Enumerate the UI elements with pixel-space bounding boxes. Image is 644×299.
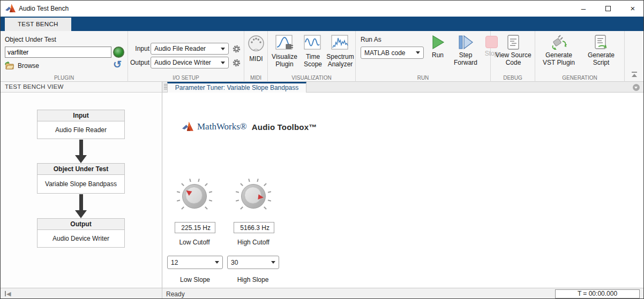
run-as-select[interactable]: MATLAB code	[361, 47, 424, 59]
low-cutoff-knob[interactable]	[176, 178, 213, 215]
midi-button[interactable]: MIDI	[244, 35, 268, 63]
time-scope-button[interactable]: Time Scope	[301, 35, 325, 68]
toolstrip-tab-row: TEST BENCH	[1, 17, 643, 31]
chevron-down-icon	[271, 261, 275, 264]
window-title: Audio Test Bench	[19, 5, 69, 12]
section-caption-run: RUN	[356, 75, 490, 81]
output-select[interactable]: Audio Device Writer	[151, 57, 229, 68]
document-tab-bar: Parameter Tuner: Variable Slope Bandpass	[162, 82, 644, 93]
toolstrip: Object Under Test Browse ↺ PLUGIN Input …	[1, 31, 643, 82]
run-as-label: Run As	[361, 36, 381, 43]
midi-connector-icon	[247, 35, 265, 52]
matlab-logo-icon	[5, 4, 16, 13]
flow-box-out-title: Object Under Test	[38, 164, 124, 175]
low-slope-label: Low Slope	[167, 276, 223, 283]
output-label: Output	[129, 59, 149, 66]
chevron-down-icon	[221, 48, 225, 50]
status-message: Ready	[166, 290, 185, 298]
step-forward-label: Step Forward	[449, 51, 482, 66]
test-bench-view-title: TEST BENCH VIEW	[5, 83, 64, 90]
input-settings-gear-icon[interactable]	[232, 44, 241, 53]
time-scope-label: Time Scope	[301, 53, 325, 68]
title-bar: Audio Test Bench – ×	[1, 1, 643, 17]
run-play-icon	[430, 35, 445, 50]
generate-vst-plugin-label: Generate VST Plugin	[540, 51, 578, 66]
parameter-tuner-panel: MathWorks® Audio Toolbox™ 225.15 Hz 5166…	[163, 93, 644, 288]
plugin-valid-indicator[interactable]	[113, 47, 124, 58]
low-slope-select[interactable]: 12	[167, 256, 223, 269]
flow-box-object-under-test[interactable]: Object Under Test Variable Slope Bandpas…	[37, 163, 125, 194]
chevron-down-icon	[634, 87, 638, 89]
generate-vst-plugin-button[interactable]: Generate VST Plugin	[540, 35, 578, 66]
section-caption-midi: MIDI	[244, 75, 267, 81]
section-caption-visualization: VISUALIZATION	[268, 75, 355, 81]
high-cutoff-knob[interactable]	[235, 178, 272, 215]
flow-box-input[interactable]: Input Audio File Reader	[37, 110, 125, 139]
close-button[interactable]: ×	[620, 1, 644, 17]
visualize-plugin-button[interactable]: Visualize Plugin	[269, 35, 300, 68]
flow-box-output-value: Audio Device Writer	[38, 230, 124, 247]
view-source-code-label: View Source Code	[493, 51, 534, 66]
chevron-down-icon	[215, 261, 219, 264]
source-code-document-icon	[507, 35, 520, 50]
tab-test-bench[interactable]: TEST BENCH	[5, 18, 71, 31]
output-settings-gear-icon[interactable]	[232, 58, 241, 67]
run-as-select-value: MATLAB code	[364, 49, 414, 57]
object-under-test-input[interactable]	[5, 47, 111, 58]
run-button[interactable]: Run	[426, 35, 449, 59]
flow-box-output[interactable]: Output Audio Device Writer	[37, 218, 125, 248]
browse-label: Browse	[18, 62, 39, 70]
high-slope-select-value: 30	[231, 259, 269, 266]
maximize-icon	[605, 6, 611, 11]
step-forward-button[interactable]: Step Forward	[449, 35, 482, 66]
section-caption-generation: GENERATION	[535, 75, 624, 81]
section-debug: View Source Code DEBUG	[491, 31, 535, 82]
time-scope-icon	[304, 35, 322, 51]
low-cutoff-value-field[interactable]: 225.15 Hz	[175, 222, 215, 233]
generate-script-button[interactable]: Generate Script	[582, 35, 620, 66]
section-io-setup: Input Audio File Reader Output Audio Dev…	[128, 31, 244, 82]
revert-icon[interactable]: ↺	[113, 58, 122, 71]
input-select-value: Audio File Reader	[154, 45, 219, 52]
brand-row: MathWorks® Audio Toolbox™	[182, 121, 317, 132]
section-caption-plugin: PLUGIN	[1, 75, 128, 81]
low-cutoff-label: Low Cutoff	[165, 239, 224, 246]
maximize-button[interactable]	[596, 1, 620, 17]
flow-box-out-value: Variable Slope Bandpass	[38, 175, 124, 193]
output-select-value: Audio Device Writer	[154, 59, 219, 66]
section-plugin: Object Under Test Browse ↺ PLUGIN	[1, 31, 128, 82]
tab-parameter-tuner[interactable]: Parameter Tuner: Variable Slope Bandpass	[167, 82, 306, 93]
high-slope-label: High Slope	[225, 276, 281, 283]
high-cutoff-label: High Cutoff	[224, 239, 283, 246]
status-bar-left-segment: ◀	[1, 288, 162, 299]
high-slope-select[interactable]: 30	[227, 256, 279, 269]
audio-toolbox-wordmark: Audio Toolbox™	[252, 122, 317, 132]
high-cutoff-value-field[interactable]: 5166.3 Hz	[234, 222, 274, 233]
section-caption-io-setup: I/O SETUP	[128, 75, 244, 81]
chevron-down-icon	[416, 51, 420, 54]
flow-box-input-value: Audio File Reader	[38, 121, 124, 139]
section-midi: MIDI MIDI	[244, 31, 268, 82]
spectrum-analyzer-button[interactable]: Spectrum Analyzer	[325, 35, 356, 68]
midi-button-label: MIDI	[244, 55, 268, 63]
flow-box-output-title: Output	[38, 219, 124, 230]
collapse-panel-icon[interactable]: ◀	[5, 290, 11, 297]
collapse-toolstrip-icon[interactable]	[631, 71, 638, 78]
browse-button[interactable]: Browse	[5, 62, 39, 70]
input-select[interactable]: Audio File Reader	[151, 43, 229, 55]
mathworks-wordmark: MathWorks®	[197, 121, 247, 132]
script-document-icon	[594, 35, 608, 50]
minimize-button[interactable]: –	[571, 1, 596, 17]
step-forward-icon	[458, 35, 474, 50]
generate-script-label: Generate Script	[582, 51, 620, 66]
object-under-test-label: Object Under Test	[5, 36, 56, 43]
section-generation: Generate VST Plugin Generate Script GENE…	[535, 31, 625, 82]
view-source-code-button[interactable]: View Source Code	[493, 35, 534, 66]
flow-box-input-title: Input	[38, 110, 124, 121]
visualize-plugin-icon	[275, 35, 294, 51]
input-label: Input	[129, 45, 149, 52]
spectrum-analyzer-label: Spectrum Analyzer	[325, 53, 356, 68]
test-bench-view-panel: Input Audio File Reader Object Under Tes…	[1, 93, 162, 288]
tab-actions-button[interactable]	[633, 84, 640, 91]
simulation-time-display: T = 00:00.000	[555, 289, 640, 298]
